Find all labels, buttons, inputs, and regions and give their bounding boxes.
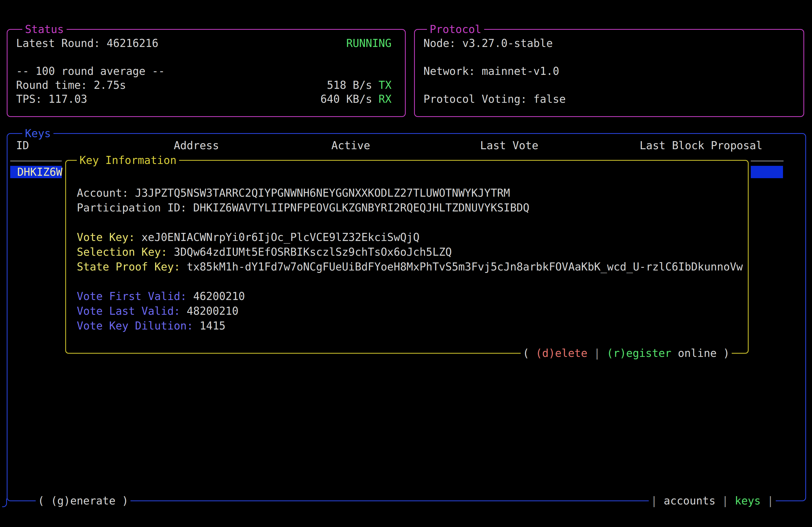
- status-row-latest-round: Latest Round: 46216216 RUNNING: [8, 36, 405, 50]
- account-label: Account:: [77, 187, 129, 199]
- key-actions-hint: ( (d)elete | (r)egister online ): [521, 346, 732, 360]
- protocol-content: Node: v3.27.0-stable Network: mainnet-v1…: [415, 36, 803, 106]
- delete-key-button[interactable]: (d)elete: [536, 346, 588, 360]
- vote-key-label: Vote Key:: [77, 231, 135, 243]
- account-value: J3JPZTQ5NSW3TARRC2QIYPGNWNH6NEYGGNXXKODL…: [135, 187, 510, 199]
- key-information-content: Account: J3JPZTQ5NSW3TARRC2QIYPGNWNH6NEY…: [77, 185, 743, 333]
- vote-last-valid-line: Vote Last Valid: 48200210: [77, 303, 743, 318]
- column-header-id: ID: [16, 139, 29, 152]
- rx-rate-value: 640 KB/s: [320, 93, 372, 105]
- latest-round-label: Latest Round:: [16, 37, 100, 49]
- rx-label: RX: [379, 93, 392, 105]
- protocol-row-blank-1: [415, 50, 803, 64]
- table-row-id-cell: DHKIZ6W: [17, 166, 62, 178]
- protocol-row-node: Node: v3.27.0-stable: [415, 36, 803, 50]
- table-row-selected-right-segment[interactable]: [751, 166, 783, 178]
- vote-first-valid-label: Vote First Valid:: [77, 290, 187, 302]
- actions-open-paren: (: [523, 346, 529, 360]
- round-time-value: 2.75s: [94, 79, 126, 91]
- keys-panel: Keys ID Address Active Last Vote Last Bl…: [7, 133, 806, 501]
- participation-id-line: Participation ID: DHKIZ6WAVTYLIIPNFPEOVG…: [77, 200, 743, 215]
- protocol-row-blank-2: [415, 78, 803, 92]
- latest-round-value: 46216216: [106, 37, 158, 49]
- node-state-badge: RUNNING: [346, 37, 392, 49]
- key-information-dialog: Key Information Account: J3JPZTQ5NSW3TAR…: [65, 160, 749, 353]
- status-content: Latest Round: 46216216 RUNNING -- 100 ro…: [8, 36, 405, 106]
- column-header-last-block-proposal: Last Block Proposal: [640, 139, 763, 152]
- table-header-separator-right: [751, 161, 784, 162]
- nav-pipe-right: |: [767, 494, 773, 508]
- network-value: mainnet-v1.0: [482, 65, 559, 77]
- round-average-header: -- 100 round average --: [16, 65, 165, 77]
- participation-id-value: DHKIZ6WAVTYLIIPNFPEOVGLKZGNBYRI2RQEQJHLT…: [193, 201, 529, 214]
- corner-artifact-glyph: [2, 499, 7, 507]
- protocol-voting-value: false: [533, 93, 566, 105]
- network-label: Network:: [423, 65, 475, 77]
- register-online-mode: online: [678, 346, 717, 360]
- register-online-button[interactable]: (r)egister: [607, 346, 671, 360]
- column-header-address: Address: [174, 139, 219, 152]
- keys-panel-title: Keys: [22, 127, 54, 140]
- node-version-label: Node:: [423, 37, 456, 49]
- status-row-blank: [8, 50, 405, 64]
- vote-last-valid-label: Vote Last Valid:: [77, 305, 180, 317]
- protocol-row-network: Network: mainnet-v1.0: [415, 64, 803, 78]
- protocol-voting-label: Protocol Voting:: [423, 93, 527, 105]
- tab-navigation: | accounts | keys |: [649, 494, 776, 508]
- blank-line-1: [77, 215, 743, 230]
- protocol-panel: Protocol Node: v3.27.0-stable Network: m…: [414, 29, 804, 117]
- participation-id-label: Participation ID:: [77, 201, 187, 214]
- vote-key-dilution-value: 1415: [200, 320, 225, 332]
- state-proof-key-line: State Proof Key: tx85kM1h-dY1Fd7w7oNCgFU…: [77, 259, 743, 274]
- nav-pipe-mid: |: [722, 494, 728, 508]
- tps-label: TPS:: [16, 93, 42, 105]
- state-proof-key-label: State Proof Key:: [77, 260, 180, 273]
- state-proof-key-value: tx85kM1h-dY1Fd7w7oNCgFUeUiBdFYoeH8MxPhTv…: [187, 260, 743, 273]
- status-row-tps: TPS: 117.03 640 KB/s RX: [8, 92, 405, 106]
- column-header-last-vote: Last Vote: [480, 139, 538, 152]
- selection-key-line: Selection Key: 3DQw64zdIUMt5EfOSRBIKsczl…: [77, 244, 743, 259]
- tx-label: TX: [379, 79, 392, 91]
- generate-key-button[interactable]: ( (g)enerate ): [36, 494, 130, 508]
- vote-key-dilution-line: Vote Key Dilution: 1415: [77, 318, 743, 333]
- selection-key-value: 3DQw64zdIUMt5EfOSRBIKsczlSz9chTsOx6oJch5…: [174, 246, 452, 258]
- tab-accounts[interactable]: accounts: [664, 494, 715, 508]
- round-time-label: Round time:: [16, 79, 87, 91]
- status-panel: Status Latest Round: 46216216 RUNNING --…: [7, 29, 406, 117]
- tab-keys[interactable]: keys: [735, 494, 761, 508]
- status-row-average-header: -- 100 round average --: [8, 64, 405, 78]
- vote-first-valid-line: Vote First Valid: 46200210: [77, 289, 743, 303]
- vote-first-valid-value: 46200210: [193, 290, 245, 302]
- nav-pipe-left: |: [651, 494, 657, 508]
- table-header-separator-left: [10, 161, 62, 162]
- vote-key-dilution-label: Vote Key Dilution:: [77, 320, 193, 332]
- key-information-title: Key Information: [77, 153, 179, 167]
- blank-line-2: [77, 274, 743, 289]
- vote-key-value: xeJ0ENIACWNrpYi0r6IjOc_PlcVCE9lZ32EkciSw…: [142, 231, 420, 243]
- status-row-round-time: Round time: 2.75s 518 B/s TX: [8, 78, 405, 92]
- tps-value: 117.03: [48, 93, 87, 105]
- table-row-selected[interactable]: DHKIZ6W: [10, 166, 62, 178]
- node-version-value: v3.27.0-stable: [462, 37, 553, 49]
- actions-separator: |: [594, 346, 600, 360]
- actions-close-paren: ): [723, 346, 729, 360]
- protocol-panel-title: Protocol: [427, 22, 484, 36]
- tx-rate-value: 518 B/s: [327, 79, 372, 91]
- status-panel-title: Status: [22, 22, 67, 36]
- vote-last-valid-value: 48200210: [187, 305, 238, 317]
- account-line: Account: J3JPZTQ5NSW3TARRC2QIYPGNWNH6NEY…: [77, 185, 743, 200]
- column-header-active: Active: [331, 139, 370, 152]
- protocol-row-voting: Protocol Voting: false: [415, 92, 803, 106]
- vote-key-line: Vote Key: xeJ0ENIACWNrpYi0r6IjOc_PlcVCE9…: [77, 230, 743, 244]
- selection-key-label: Selection Key:: [77, 246, 167, 258]
